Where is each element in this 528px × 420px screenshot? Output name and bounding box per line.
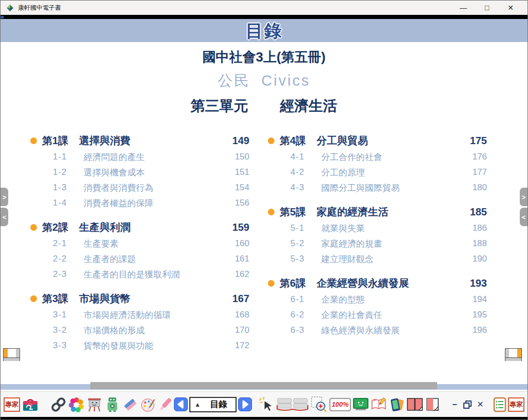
next-page-button[interactable] <box>238 397 252 411</box>
toc-chapter-row[interactable]: 第4課分工與貿易175 <box>268 132 487 149</box>
bullet-icon <box>30 295 37 302</box>
expert-mode-button[interactable]: 專家 <box>4 397 20 412</box>
toc-section-row[interactable]: 1-4消費者權益的保障156 <box>30 195 249 211</box>
toc-section-row[interactable]: 6-3綠色經濟與永續發展196 <box>268 323 487 338</box>
page-up-triangle-icon[interactable]: ▲ <box>194 401 201 408</box>
left-next-page-button[interactable]: > <box>1 188 8 206</box>
toc-section-row[interactable]: 5-2家庭經濟的規畫188 <box>268 236 487 251</box>
toc-section-row[interactable]: 2-2生產者的課題161 <box>30 251 249 267</box>
palette-icon[interactable] <box>140 396 157 413</box>
blackboard-icon[interactable] <box>353 397 369 412</box>
minimize-button[interactable]: — <box>452 1 475 15</box>
prev-page-button[interactable] <box>174 397 188 411</box>
section-page-number: 168 <box>223 310 249 320</box>
chapter-page-number: 193 <box>460 277 487 289</box>
section-title: 消費者與消費行為 <box>84 182 223 194</box>
mobile-device-icon[interactable] <box>388 396 405 413</box>
section-number: 4-3 <box>290 183 321 193</box>
toc-section-row[interactable]: 6-1企業的型態194 <box>268 292 487 307</box>
section-title: 貨幣的發展與功能 <box>84 340 223 352</box>
expert-tools-button[interactable]: 專家 <box>508 397 524 412</box>
workbook-icon[interactable] <box>370 397 387 412</box>
section-page-number: 151 <box>223 167 249 177</box>
toc-section-row[interactable]: 2-3生產者的目的是獲取利潤162 <box>30 267 249 282</box>
toc-section-row[interactable]: 4-1分工合作的社會176 <box>268 149 487 165</box>
toc-chapter-row[interactable]: 第1課選擇與消費149 <box>30 132 249 149</box>
maximize-button[interactable]: □ <box>475 1 499 15</box>
toolbar-minimize-button[interactable]: − <box>449 400 460 409</box>
section-number: 6-2 <box>290 310 321 320</box>
window-title: 康軒國中電子書 <box>18 4 61 12</box>
cursor-icon[interactable] <box>259 396 275 413</box>
chapter-title: 生產與利潤 <box>79 221 223 234</box>
toolbox-icon[interactable] <box>22 397 39 412</box>
section-title: 國際分工與國際貿易 <box>321 182 460 194</box>
toc-section-row[interactable]: 4-3國際分工與國際貿易180 <box>268 180 487 195</box>
unit-label: 第三單元 <box>191 96 248 116</box>
toc-section-row[interactable]: 4-2分工的原理177 <box>268 165 487 180</box>
toc-section-row[interactable]: 1-2選擇與機會成本151 <box>30 165 249 180</box>
toc-header-band: 目錄 <box>1 19 527 42</box>
eraser-icon[interactable] <box>122 396 139 413</box>
section-number: 4-2 <box>290 167 321 177</box>
section-title: 分工的原理 <box>321 167 460 178</box>
scrollbar-thumb[interactable] <box>90 382 437 389</box>
section-number: 6-1 <box>290 294 321 305</box>
chapter-page-number: 185 <box>460 206 487 218</box>
zoom-level[interactable]: 100% <box>329 398 351 411</box>
chapter-label: 第3課 <box>42 292 79 306</box>
toc-section-row[interactable]: 1-1經濟問題的產生150 <box>30 149 249 165</box>
left-prev-page-button[interactable]: < <box>1 208 8 226</box>
two-page-view-icon[interactable] <box>406 397 424 412</box>
right-edge-nav: > < <box>520 188 527 226</box>
whiteboard-easel-icon[interactable] <box>86 396 103 413</box>
page-title: 目錄 <box>246 21 283 41</box>
section-number: 2-1 <box>53 238 84 249</box>
page-spread-icon[interactable] <box>276 396 309 413</box>
horizontal-scrollbar[interactable] <box>1 384 527 390</box>
link-icon[interactable] <box>50 396 67 413</box>
single-page-view-icon[interactable] <box>425 397 440 412</box>
page-corner-right-icon[interactable] <box>505 348 522 361</box>
section-number: 1-2 <box>53 167 84 177</box>
toolbar-close-button[interactable]: ✕ <box>475 399 486 409</box>
chapter-page-number: 175 <box>460 135 487 147</box>
toc-section-row[interactable]: 6-2企業的社會責任195 <box>268 307 487 323</box>
toc-section-row[interactable]: 2-1生產要素160 <box>30 236 249 251</box>
section-title: 市場價格的形成 <box>84 325 223 336</box>
chapter-title: 家庭的經濟生活 <box>317 205 460 219</box>
notes-list-icon[interactable] <box>493 397 506 412</box>
left-edge-nav: > < <box>1 188 8 226</box>
toc-section-row[interactable]: 3-3貨幣的發展與功能172 <box>30 338 249 353</box>
chapter-title: 分工與貿易 <box>317 134 460 148</box>
section-page-number: 190 <box>460 254 487 264</box>
close-button[interactable]: ✕ <box>499 1 522 15</box>
robot-icon[interactable] <box>104 396 121 413</box>
section-number: 2-3 <box>53 269 84 279</box>
toc-chapter-row[interactable]: 第3課市場與貨幣167 <box>30 290 249 307</box>
section-title: 生產者的課題 <box>84 253 223 265</box>
blue-dot <box>1 16 4 18</box>
toc-section-row[interactable]: 3-1市場與經濟活動的循環168 <box>30 307 249 323</box>
page-corner-left-icon[interactable] <box>3 348 20 361</box>
app-logo-icon <box>6 4 14 12</box>
zoom-area-icon[interactable] <box>310 396 328 413</box>
flower-menu-icon[interactable] <box>68 396 85 413</box>
section-page-number: 196 <box>460 325 487 335</box>
section-title: 生產要素 <box>84 238 223 250</box>
highlighter-icon[interactable] <box>158 396 172 413</box>
toc-section-row[interactable]: 1-3消費者與消費行為154 <box>30 180 249 195</box>
toolbar-restore-button[interactable] <box>462 399 473 410</box>
right-prev-page-button[interactable]: < <box>520 208 527 226</box>
toc-section-row[interactable]: 5-3建立理財觀念190 <box>268 251 487 267</box>
toc-section-row[interactable]: 3-2市場價格的形成170 <box>30 323 249 338</box>
section-page-number: 195 <box>460 310 487 320</box>
toc-chapter-row[interactable]: 第5課家庭的經濟生活185 <box>268 204 487 221</box>
toc-section-row[interactable]: 5-1就業與失業186 <box>268 221 487 236</box>
section-title: 生產者的目的是獲取利潤 <box>84 269 223 281</box>
section-number: 1-4 <box>53 198 84 208</box>
toc-chapter-row[interactable]: 第2課生產與利潤159 <box>30 219 249 236</box>
toc-chapter-row[interactable]: 第6課企業經營與永續發展193 <box>268 275 487 292</box>
right-next-page-button[interactable]: > <box>520 188 527 206</box>
page-title-box[interactable]: ▲ 目錄 <box>189 397 237 412</box>
